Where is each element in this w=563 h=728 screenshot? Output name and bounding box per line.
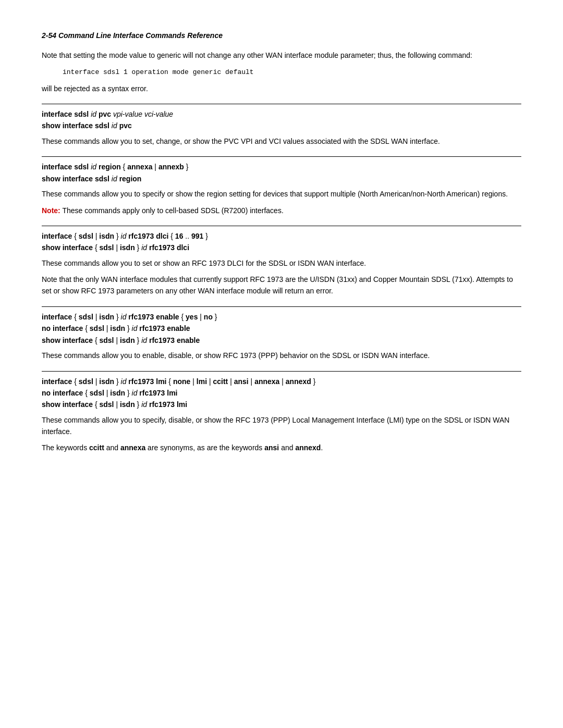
cmd-annexb: annexb bbox=[158, 163, 184, 171]
cmd-lmi-pipe1: | bbox=[93, 377, 99, 386]
cmd-show-pvc: pvc bbox=[119, 121, 132, 130]
kw-ccitt: ccitt bbox=[89, 443, 104, 452]
cmd-enable-no: no bbox=[204, 313, 213, 321]
cmd-enable-rfc1973: rfc1973 enable bbox=[128, 313, 179, 321]
cmd-dlci-pipe1: | bbox=[93, 232, 99, 240]
cmd-enable-sdsl: sdsl bbox=[79, 313, 93, 321]
cmd-no-enable-pipe1: | bbox=[104, 324, 110, 332]
cmd-id: id bbox=[91, 110, 99, 118]
cmd-no-lmi-sdsl: sdsl bbox=[90, 389, 104, 397]
region-description: These commands allow you to specify or s… bbox=[42, 189, 521, 200]
page-content: 2-54 Command Line Interface Commands Ref… bbox=[0, 0, 563, 505]
lmi-keywords-prefix: The keywords bbox=[42, 443, 89, 452]
cmd-show-enable-brace1: { bbox=[93, 336, 99, 344]
pvc-description: These commands allow you to set, change,… bbox=[42, 136, 521, 147]
cmd-no-lmi-pipe1: | bbox=[104, 389, 110, 397]
cmd-lmi-isdn: isdn bbox=[99, 377, 114, 386]
cmd-pvc: pvc bbox=[99, 110, 113, 118]
cmd-show-enable-rfc1973: rfc1973 enable bbox=[149, 336, 200, 344]
pvc-divider bbox=[42, 104, 521, 104]
lmi-syn1: are synonyms, as are the keywords bbox=[145, 443, 264, 452]
cmd-enable-isdn: isdn bbox=[99, 313, 114, 321]
cmd-enable-yes: yes bbox=[186, 313, 198, 321]
cmd-dlci-id: id bbox=[121, 232, 129, 240]
region-note: Note: These commands apply only to cell-… bbox=[42, 205, 521, 216]
cmd-no-enable-isdn: isdn bbox=[110, 324, 125, 332]
cmd-show-dlci-id: id bbox=[141, 243, 149, 252]
kw-ansi: ansi bbox=[264, 443, 279, 452]
cmd-lmi-none: none bbox=[173, 377, 190, 386]
cmd-enable-close1: } bbox=[114, 313, 120, 321]
page-title: 2-54 Command Line Interface Commands Ref… bbox=[42, 31, 521, 40]
lmi-and2: and bbox=[279, 443, 295, 452]
cmd-lmi-lmi: lmi bbox=[197, 377, 207, 386]
cmd-lmi-annexd: annexd bbox=[286, 377, 311, 386]
cmd-lmi-close1: } bbox=[114, 377, 120, 386]
enable-section: interface { sdsl | isdn } id rfc1973 ena… bbox=[42, 306, 521, 362]
cmd-show-enable-pipe1: | bbox=[114, 336, 120, 344]
cmd-show-lmi-close1: } bbox=[135, 400, 141, 409]
cmd-show-enable-id: id bbox=[141, 336, 149, 344]
cmd-dlci-16: 16 bbox=[175, 232, 183, 240]
cmd-enable-brace2: { bbox=[179, 313, 186, 321]
cmd-vpi-vci: vpi-value vci-value bbox=[113, 110, 173, 118]
intro-section: Note that setting the mode value to gene… bbox=[42, 50, 521, 94]
cmd-no-enable-close1: } bbox=[125, 324, 131, 332]
cmd-show-dlci-pipe: | bbox=[114, 243, 120, 252]
cmd-dlci-991: 991 bbox=[191, 232, 203, 240]
cmd-dlci-sdsl: sdsl bbox=[79, 232, 93, 240]
cmd-show-dlci-brace: { bbox=[93, 243, 99, 252]
cmd-show-dlci-kw: rfc1973 dlci bbox=[149, 243, 189, 252]
cmd-annexa: annexa bbox=[127, 163, 152, 171]
lmi-divider bbox=[42, 371, 521, 372]
cmd-no-lmi-brace1: { bbox=[83, 389, 89, 397]
cmd-no-lmi-rfc1973: rfc1973 lmi bbox=[139, 389, 177, 397]
page-header: 2-54 Command Line Interface Commands Ref… bbox=[42, 31, 521, 40]
cmd-no-enable-sdsl: sdsl bbox=[90, 324, 104, 332]
cmd-dlci-interface: interface bbox=[42, 232, 72, 240]
region-divider bbox=[42, 156, 521, 157]
cmd-show-dlci-isdn: isdn bbox=[120, 243, 135, 252]
cmd-enable-pipe1: | bbox=[93, 313, 99, 321]
lmi-and1: and bbox=[104, 443, 120, 452]
cmd-lmi-interface: interface bbox=[42, 377, 72, 386]
cmd-dlci-isdn: isdn bbox=[99, 232, 114, 240]
kw-annexd: annexd bbox=[295, 443, 321, 452]
cmd-enable-pipe2: | bbox=[198, 313, 203, 321]
kw-annexa: annexa bbox=[120, 443, 145, 452]
cmd-show-enable-close1: } bbox=[135, 336, 141, 344]
cmd-region-brace1: { bbox=[121, 163, 127, 171]
cmd-show-lmi-isdn: isdn bbox=[120, 400, 135, 409]
cmd-dlci-dotdot: .. bbox=[183, 232, 191, 240]
cmd-no-enable-interface: no interface bbox=[42, 324, 83, 332]
lmi-description1: These commands allow you to specify, dis… bbox=[42, 415, 521, 437]
cmd-enable-close2: } bbox=[213, 313, 217, 321]
region-commands: interface sdsl id region { annexa | anne… bbox=[42, 161, 521, 184]
cmd-lmi-pipe4: | bbox=[228, 377, 234, 386]
cmd-show-lmi-brace1: { bbox=[93, 400, 99, 409]
cmd-lmi-ansi: ansi bbox=[234, 377, 249, 386]
cmd-no-lmi-id: id bbox=[132, 389, 140, 397]
cmd-no-enable-brace1: { bbox=[83, 324, 89, 332]
lmi-commands: interface { sdsl | isdn } id rfc1973 lmi… bbox=[42, 376, 521, 411]
cmd-no-lmi-close1: } bbox=[125, 389, 131, 397]
cmd-brace-close: } bbox=[184, 163, 189, 171]
cmd-lmi-annexa: annexa bbox=[254, 377, 279, 386]
cmd-show-lmi-sdsl: sdsl bbox=[100, 400, 114, 409]
cmd-dlci-brace2: { bbox=[168, 232, 175, 240]
intro-paragraph1: Note that setting the mode value to gene… bbox=[42, 50, 521, 61]
cmd-lmi-ccitt: ccitt bbox=[213, 377, 228, 386]
dlci-description1: These commands allow you to set or show … bbox=[42, 258, 521, 269]
cmd-show-enable: show interface bbox=[42, 336, 93, 344]
cmd-region-interface: interface sdsl bbox=[42, 163, 91, 171]
cmd-lmi-rfc1973: rfc1973 lmi bbox=[128, 377, 166, 386]
cmd-lmi-brace1: { bbox=[72, 377, 78, 386]
cmd-interface-sdsl: interface sdsl bbox=[42, 110, 91, 118]
cmd-dlci-brace1: { bbox=[72, 232, 78, 240]
cmd-show-region-id: id bbox=[112, 175, 119, 183]
cmd-enable-interface: interface bbox=[42, 313, 72, 321]
cmd-dlci-rfc1973: rfc1973 dlci bbox=[128, 232, 168, 240]
cmd-show-dlci-sdsl: sdsl bbox=[100, 243, 114, 252]
dlci-description2: Note that the only WAN interface modules… bbox=[42, 274, 521, 297]
cmd-show-region: show interface sdsl bbox=[42, 175, 112, 183]
